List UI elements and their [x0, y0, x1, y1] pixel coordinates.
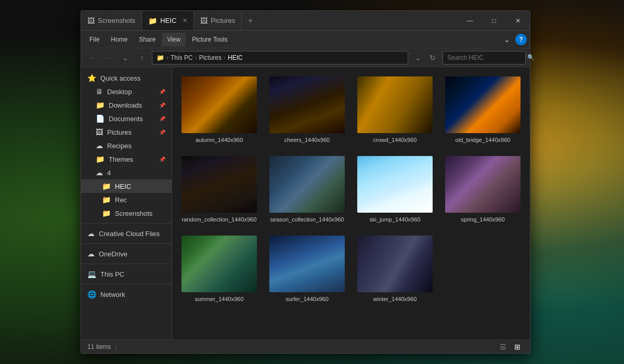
sidebar-divider-1	[81, 223, 172, 224]
status-bar: 11 items | ☰ ⊞	[81, 340, 530, 353]
sidebar-item-this-pc[interactable]: 💻 This PC	[81, 267, 172, 281]
pictures-icon: 🖼	[96, 128, 103, 136]
sidebar-item-rec[interactable]: 📁 Rec	[81, 193, 172, 206]
file-thumb-random	[181, 156, 257, 213]
desktop-pin-icon: 📌	[159, 89, 165, 95]
file-item-season[interactable]: season_collection_1440x960	[266, 153, 348, 226]
sidebar-cloud4-label: 4	[107, 169, 165, 177]
rec-folder-icon: 📁	[102, 196, 111, 204]
file-item-spring[interactable]: spring_1440x960	[442, 153, 524, 226]
file-item-autumn[interactable]: autumn_1440x960	[178, 73, 260, 147]
file-thumb-ski	[357, 156, 433, 213]
address-bar-controls: ⌄ ↻	[411, 51, 439, 64]
details-view-toggle[interactable]: ☰	[497, 342, 509, 352]
forward-button[interactable]: →	[102, 51, 115, 64]
breadcrumb-thispc[interactable]: This PC	[171, 54, 193, 61]
help-button[interactable]: ?	[515, 34, 527, 45]
path-dropdown-button[interactable]: ⌄	[411, 51, 425, 64]
back-button[interactable]: ←	[85, 51, 99, 64]
breadcrumb-heic[interactable]: HEIC	[228, 54, 243, 61]
sidebar-item-downloads[interactable]: 📁 Downloads 📌	[81, 98, 172, 112]
sidebar-item-heic[interactable]: 📁 HEIC	[81, 179, 172, 193]
new-tab-button[interactable]: +	[242, 11, 258, 30]
pictures-pin-icon: 📌	[159, 129, 165, 135]
file-thumb-season	[269, 156, 345, 213]
search-icon: 🔍	[527, 54, 535, 61]
up-button[interactable]: ↑	[135, 51, 149, 64]
desktop-icon: 🖥	[96, 87, 103, 96]
tab-pictures[interactable]: 🖼 Pictures	[194, 11, 242, 30]
refresh-button[interactable]: ↻	[426, 51, 439, 64]
sidebar-item-pictures[interactable]: 🖼 Pictures 📌	[81, 125, 172, 139]
menu-file[interactable]: File	[84, 33, 105, 46]
file-name-autumn: autumn_1440x960	[196, 136, 243, 144]
file-item-ski[interactable]: ski_jump_1440x960	[354, 153, 436, 226]
sidebar-themes-label: Themes	[109, 155, 155, 163]
file-thumb-winter	[357, 236, 433, 292]
menu-view[interactable]: View	[162, 33, 186, 46]
sidebar-onedrive-label: OneDrive	[99, 250, 165, 258]
breadcrumb-bar[interactable]: 📁 › This PC › Pictures › HEIC	[152, 51, 408, 64]
sidebar-divider-4	[81, 284, 172, 284]
file-item-surfer[interactable]: surfer_1440x960	[266, 232, 348, 306]
cloud4-icon: ☁	[96, 168, 103, 177]
onedrive-icon: ☁	[87, 250, 95, 258]
thumbnail-view-toggle[interactable]: ⊞	[511, 342, 524, 352]
window-controls: — □ ✕	[458, 11, 530, 31]
search-input[interactable]	[447, 54, 525, 61]
tab-screenshots-label: Screenshots	[98, 17, 135, 24]
sidebar-item-desktop[interactable]: 🖥 Desktop 📌	[81, 85, 172, 98]
sidebar-documents-label: Documents	[109, 115, 155, 123]
file-name-random: random_collection_1440x960	[182, 216, 257, 223]
file-item-cheers[interactable]: cheers_1440x960	[266, 73, 348, 147]
file-name-surfer: surfer_1440x960	[285, 295, 329, 303]
file-name-winter: winter_1440x960	[373, 295, 417, 303]
maximize-button[interactable]: □	[482, 11, 506, 31]
breadcrumb-pictures[interactable]: Pictures	[199, 54, 222, 61]
file-item-random[interactable]: random_collection_1440x960	[178, 153, 260, 226]
sidebar-item-recipes[interactable]: ☁ Recipes	[81, 139, 172, 152]
sidebar-recipes-label: Recipes	[107, 142, 165, 150]
tab-pictures-icon: 🖼	[200, 17, 207, 25]
sidebar-item-quick-access[interactable]: ⭐ Quick access	[81, 71, 172, 85]
sidebar-screenshots-label: Screenshots	[115, 210, 165, 217]
file-item-winter[interactable]: winter_1440x960	[354, 232, 436, 306]
sidebar-item-documents[interactable]: 📄 Documents 📌	[81, 112, 172, 125]
sidebar-item-onedrive[interactable]: ☁ OneDrive	[81, 247, 172, 261]
recent-locations-button[interactable]: ⌄	[119, 51, 132, 64]
file-thumb-summer	[181, 236, 257, 292]
menu-picture-tools[interactable]: Picture Tools	[187, 33, 232, 46]
search-bar[interactable]: 🔍	[443, 51, 526, 64]
downloads-icon: 📁	[96, 101, 105, 109]
minimize-button[interactable]: —	[458, 11, 482, 31]
themes-pin-icon: 📌	[159, 157, 165, 162]
sidebar-this-pc-label: This PC	[100, 270, 165, 278]
tab-screenshots[interactable]: 🖼 Screenshots	[81, 11, 142, 30]
expand-ribbon-button[interactable]: ⌄	[501, 34, 513, 45]
sidebar-pictures-label: Pictures	[107, 128, 155, 136]
sidebar-item-themes[interactable]: 📁 Themes 📌	[81, 152, 172, 166]
file-thumb-autumn	[181, 76, 257, 133]
sidebar-downloads-label: Downloads	[109, 101, 155, 109]
file-name-summer: summer_1440x960	[194, 295, 243, 303]
tab-heic-icon: 📁	[148, 17, 157, 25]
tab-heic-close[interactable]: ✕	[183, 17, 187, 24]
menu-home[interactable]: Home	[106, 33, 133, 46]
file-item-crowd[interactable]: crowd_1440x960	[354, 73, 436, 147]
sidebar-item-network[interactable]: 🌐 Network	[81, 288, 172, 301]
file-item-summer[interactable]: summer_1440x960	[178, 232, 260, 306]
this-pc-icon: 💻	[87, 270, 96, 278]
menu-share[interactable]: Share	[134, 33, 161, 46]
file-thumb-surfer	[269, 236, 345, 292]
sidebar: ⭐ Quick access 🖥 Desktop 📌 📁 Downloads 📌…	[81, 67, 172, 340]
close-button[interactable]: ✕	[506, 11, 530, 31]
themes-icon: 📁	[96, 155, 105, 163]
tab-heic[interactable]: 📁 HEIC ✕	[142, 11, 194, 30]
tab-heic-label: HEIC	[160, 17, 176, 24]
sidebar-item-creative-cloud[interactable]: ☁ Creative Cloud Files	[81, 227, 172, 240]
file-item-old_bridge[interactable]: old_bridge_1440x960	[442, 73, 524, 147]
sidebar-item-cloud4[interactable]: ☁ 4	[81, 166, 172, 179]
tab-screenshots-icon: 🖼	[87, 17, 95, 25]
sidebar-item-screenshots-folder[interactable]: 📁 Screenshots	[81, 206, 172, 220]
network-icon: 🌐	[87, 290, 96, 298]
